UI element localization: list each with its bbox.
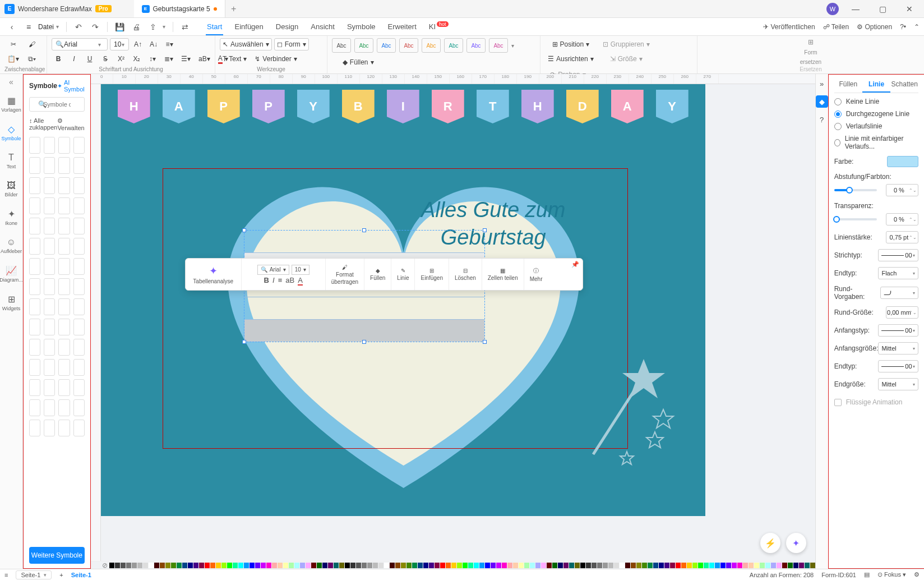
shape-cell[interactable] bbox=[29, 238, 40, 255]
tab-symbols[interactable]: Symbole bbox=[346, 19, 377, 34]
shape-cell[interactable] bbox=[58, 359, 70, 376]
ai-symbol-button[interactable]: ✦ AI Symbol bbox=[57, 79, 85, 93]
options-button[interactable]: ⚙ Optionen bbox=[857, 23, 892, 31]
page-select[interactable]: Seite-1▾ bbox=[16, 570, 52, 579]
font-size-select[interactable]: 10▾ bbox=[110, 38, 129, 50]
prop-tab-shadow[interactable]: Schatten bbox=[890, 77, 918, 93]
format-painter-button[interactable]: 🖌 bbox=[25, 38, 39, 50]
help-button[interactable]: ?• bbox=[900, 23, 906, 31]
shape-cell[interactable] bbox=[73, 137, 85, 154]
shape-cell[interactable] bbox=[29, 379, 40, 396]
style-preview-row[interactable]: Abc Abc Abc Abc Abc Abc Abc Abc bbox=[332, 38, 508, 53]
more-symbols-button[interactable]: Weitere Symbole bbox=[29, 547, 85, 564]
shape-cell[interactable] bbox=[44, 399, 55, 416]
help-panel-button[interactable]: ? bbox=[816, 113, 828, 126]
shape-cell[interactable] bbox=[73, 238, 85, 255]
font-family-select[interactable]: 🔍 Arial ▾ bbox=[52, 38, 108, 50]
shape-cell[interactable] bbox=[58, 298, 70, 315]
shape-cell[interactable] bbox=[44, 177, 55, 194]
shape-cell[interactable] bbox=[44, 319, 55, 335]
collapse-leftnav[interactable]: « bbox=[0, 77, 22, 86]
fluid-animation-check[interactable]: Flüssige Animation bbox=[834, 398, 919, 406]
status-menu-icon[interactable]: ≡ bbox=[4, 572, 8, 578]
ai-sparkle-button[interactable]: ✦ bbox=[786, 533, 806, 553]
shape-cell[interactable] bbox=[44, 278, 55, 295]
replace-shape-icon[interactable]: ⊞ bbox=[808, 38, 814, 46]
align-shapes-button[interactable]: ☰ Ausrichten▾ bbox=[545, 53, 597, 65]
style-cell[interactable]: Abc bbox=[354, 38, 373, 53]
shape-cell[interactable] bbox=[73, 399, 85, 416]
tab-ki[interactable]: KIhot bbox=[428, 19, 449, 34]
begin-size-select[interactable]: Mittel▾ bbox=[878, 342, 918, 355]
mt-align[interactable]: ≡ bbox=[278, 276, 283, 284]
shape-cell[interactable] bbox=[44, 218, 55, 234]
round-preset-select[interactable]: ▾ bbox=[880, 287, 918, 299]
bullets-button[interactable]: ≣▾ bbox=[161, 53, 176, 65]
tab-start[interactable]: Start bbox=[206, 19, 223, 34]
transparency-value[interactable]: 0 % bbox=[886, 213, 918, 225]
color-strip[interactable]: ⊘ bbox=[91, 561, 815, 569]
shape-cell[interactable] bbox=[58, 278, 70, 295]
mt-format-painter[interactable]: 🖌Formatübertragen bbox=[326, 259, 364, 290]
tab-view[interactable]: Ansicht bbox=[309, 19, 336, 34]
save-button[interactable]: 💾 bbox=[112, 20, 127, 34]
style-panel-button[interactable]: ◆ bbox=[816, 95, 828, 108]
mt-line[interactable]: ✎Linie bbox=[391, 259, 415, 290]
mt-delete[interactable]: ⊟Löschen bbox=[449, 259, 482, 290]
mt-fontcolor[interactable]: A bbox=[298, 276, 303, 284]
shape-cell[interactable] bbox=[73, 157, 85, 174]
export-button[interactable]: ⇪ bbox=[146, 20, 160, 34]
shape-cell[interactable] bbox=[29, 359, 40, 376]
shape-cell[interactable] bbox=[29, 137, 40, 154]
weight-value[interactable]: 0,75 pt bbox=[886, 231, 918, 243]
nav-widgets[interactable]: ⊞Widgets bbox=[0, 292, 22, 314]
tab-advanced[interactable]: Erweitert bbox=[387, 19, 418, 34]
shape-cell[interactable] bbox=[29, 258, 40, 275]
cap-select[interactable]: Flach▾ bbox=[878, 267, 918, 279]
style-cell[interactable]: Abc bbox=[489, 38, 508, 53]
shape-cell[interactable] bbox=[29, 177, 40, 194]
shape-cell[interactable] bbox=[58, 420, 70, 436]
fill-button[interactable]: ◆ Füllen ▾ bbox=[335, 56, 381, 68]
tab-insert[interactable]: Einfügen bbox=[233, 19, 264, 34]
new-tab-button[interactable]: + bbox=[225, 0, 242, 17]
prop-tab-line[interactable]: Linie bbox=[862, 77, 890, 93]
shape-cell[interactable] bbox=[58, 379, 70, 396]
select-tool[interactable]: ↖ Auswählen ▾ bbox=[220, 38, 272, 50]
shape-cell[interactable] bbox=[44, 137, 55, 154]
close-button[interactable]: ✕ bbox=[899, 1, 920, 17]
shape-cell[interactable] bbox=[29, 298, 40, 315]
redo-button[interactable]: ↷ bbox=[88, 20, 103, 34]
list-button[interactable]: ☰▾ bbox=[178, 53, 193, 65]
subscript-button[interactable]: X₂ bbox=[130, 53, 144, 65]
shape-cell[interactable] bbox=[44, 420, 55, 436]
ai-wand-button[interactable]: ⚡ bbox=[760, 533, 780, 553]
paste-button[interactable]: 📋▾ bbox=[4, 53, 22, 65]
mt-italic[interactable]: I bbox=[272, 276, 275, 284]
symbol-search-input[interactable] bbox=[29, 97, 85, 112]
shape-cell[interactable] bbox=[29, 278, 40, 295]
style-cell[interactable]: Abc bbox=[466, 38, 486, 53]
shape-tool[interactable]: ◻ Form ▾ bbox=[274, 38, 309, 50]
begin-type-select[interactable]: 00▾ bbox=[878, 324, 918, 337]
superscript-button[interactable]: X² bbox=[114, 53, 128, 65]
cut-button[interactable]: ✂ bbox=[4, 38, 22, 50]
shape-cell[interactable] bbox=[44, 359, 55, 376]
underline-button[interactable]: U bbox=[83, 53, 96, 65]
style-cell[interactable]: Abc bbox=[422, 38, 441, 53]
user-avatar[interactable]: W bbox=[826, 3, 839, 15]
document-tab[interactable]: E Geburtstagskarte 5 bbox=[134, 0, 225, 17]
italic-button[interactable]: I bbox=[67, 53, 81, 65]
tint-slider[interactable] bbox=[834, 189, 877, 191]
shape-cell[interactable] bbox=[73, 258, 85, 275]
size-button[interactable]: ⇲ Größe▾ bbox=[600, 53, 653, 65]
pin-icon[interactable]: 📌 bbox=[571, 261, 579, 268]
nav-icons[interactable]: ✦Ikone bbox=[0, 206, 22, 228]
dash-select[interactable]: 00▾ bbox=[878, 249, 918, 261]
undo-button[interactable]: ↶ bbox=[71, 20, 86, 34]
collapse-all-button[interactable]: ↕ Alle zuklappen bbox=[29, 117, 57, 131]
shape-cell[interactable] bbox=[29, 157, 40, 174]
publish-button[interactable]: ✈ Veröffentlichen bbox=[763, 23, 815, 31]
shape-cell[interactable] bbox=[73, 177, 85, 194]
nav-stickers[interactable]: ☺Aufkleber bbox=[0, 235, 22, 256]
